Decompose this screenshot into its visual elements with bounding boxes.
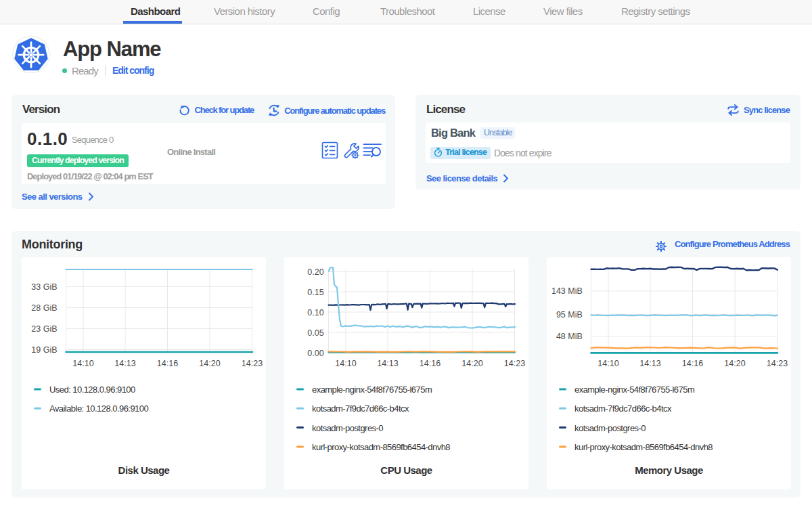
svg-text:14:20: 14:20 [724,359,745,368]
svg-text:Used: 10.128.0.96:9100: Used: 10.128.0.96:9100 [49,385,135,395]
svg-text:14:13: 14:13 [639,359,660,368]
svg-text:kotsadm-postgres-0: kotsadm-postgres-0 [574,423,646,433]
svg-text:14:13: 14:13 [114,359,135,368]
svg-text:Disk Usage: Disk Usage [118,464,170,476]
svg-text:0.15: 0.15 [307,288,323,297]
svg-text:example-nginx-54f8f76755-l675m: example-nginx-54f8f76755-l675m [574,385,694,395]
svg-text:33 GiB: 33 GiB [31,282,57,292]
svg-text:14:23: 14:23 [242,359,263,368]
svg-text:14:16: 14:16 [682,359,703,368]
svg-text:0.00: 0.00 [307,349,323,358]
svg-text:kotsadm-7f9dc7d66c-b4tcx: kotsadm-7f9dc7d66c-b4tcx [312,403,409,414]
svg-text:14:16: 14:16 [420,359,441,368]
svg-text:23 GiB: 23 GiB [31,324,57,334]
svg-text:0.10: 0.10 [307,308,323,317]
svg-text:14:10: 14:10 [335,359,356,368]
svg-text:kurl-proxy-kotsadm-8569fb6454-: kurl-proxy-kotsadm-8569fb6454-dnvh8 [574,442,713,452]
svg-text:14:20: 14:20 [461,359,482,368]
svg-text:28 GiB: 28 GiB [31,303,57,313]
svg-text:0.20: 0.20 [307,267,323,277]
svg-text:14:23: 14:23 [767,359,788,368]
svg-text:14:10: 14:10 [72,359,93,368]
svg-text:14:13: 14:13 [377,359,398,368]
svg-text:Available: 10.128.0.96:9100: Available: 10.128.0.96:9100 [49,403,148,414]
svg-text:14:16: 14:16 [157,359,178,368]
svg-text:example-nginx-54f8f76755-l675m: example-nginx-54f8f76755-l675m [312,385,432,395]
svg-text:14:10: 14:10 [597,359,618,368]
svg-text:48 MiB: 48 MiB [556,332,583,341]
svg-text:kotsadm-7f9dc7d66c-b4tcx: kotsadm-7f9dc7d66c-b4tcx [574,403,672,414]
svg-text:kotsadm-postgres-0: kotsadm-postgres-0 [312,423,383,433]
svg-text:143 MiB: 143 MiB [551,286,583,296]
svg-text:kurl-proxy-kotsadm-8569fb6454-: kurl-proxy-kotsadm-8569fb6454-dnvh8 [312,442,450,452]
svg-text:14:23: 14:23 [504,359,525,368]
svg-text:14:20: 14:20 [199,359,220,368]
svg-text:19 GiB: 19 GiB [31,345,57,355]
svg-text:Memory Usage: Memory Usage [635,464,703,476]
svg-text:CPU Usage: CPU Usage [380,464,432,476]
svg-text:95 MiB: 95 MiB [556,310,583,320]
svg-text:0.05: 0.05 [307,328,323,338]
